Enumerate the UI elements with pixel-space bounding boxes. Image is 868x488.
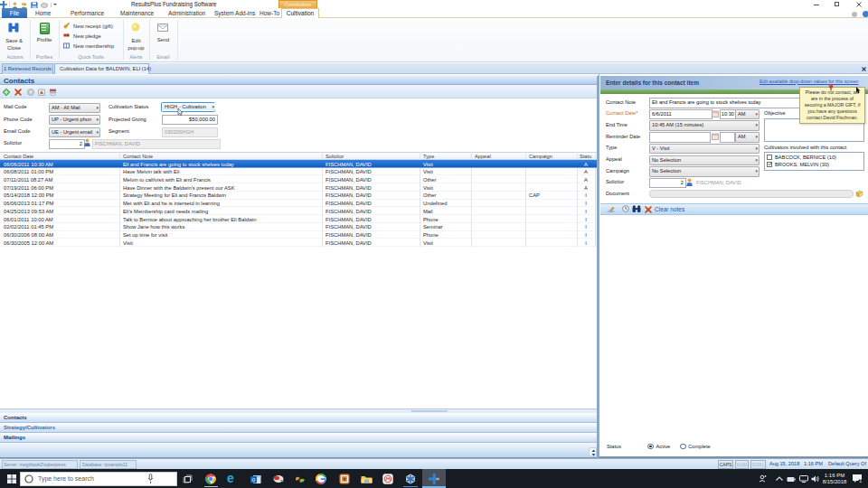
svg-text:1: 1 (859, 478, 862, 483)
svg-text:o: o (252, 476, 256, 483)
